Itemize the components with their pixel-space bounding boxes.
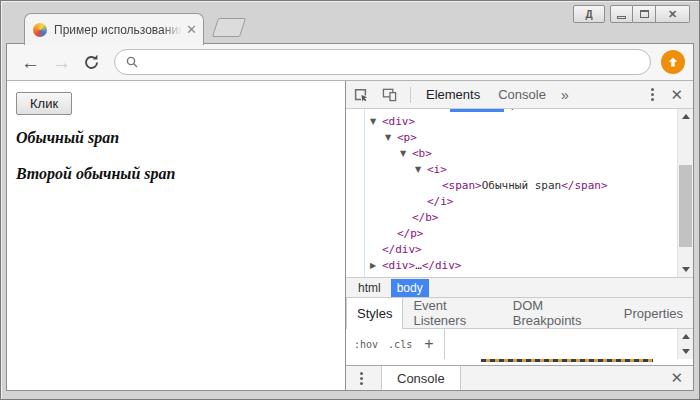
second-span-text: Второй обычный span [16, 165, 176, 183]
selected-node-text: Клик [450, 109, 505, 112]
tab-close-icon[interactable]: ✕ [186, 23, 197, 36]
drawer-menu-dots-icon[interactable] [346, 366, 377, 390]
tree-row[interactable]: ▼<i> [346, 162, 693, 178]
devtools-toolbar: Elements Console » ✕ [346, 81, 693, 109]
collapse-arrow-icon[interactable]: ▼ [385, 130, 397, 146]
tab-console[interactable]: Console [489, 87, 555, 102]
tree-row[interactable]: ▼<div> [346, 114, 693, 130]
maximize-button[interactable] [633, 5, 656, 23]
tree-row[interactable]: </p> [346, 226, 693, 242]
tab-styles[interactable]: Styles [346, 298, 403, 329]
navigation-bar: ← → [7, 44, 693, 81]
url-input[interactable] [145, 55, 640, 70]
language-button[interactable]: Д [573, 5, 605, 23]
favicon [33, 23, 47, 37]
indent-guide [364, 109, 365, 277]
titlebar: Пример использования jQ ✕ Д ✕ [2, 2, 698, 43]
tree-scrollbar[interactable] [677, 109, 693, 277]
browser-update-button[interactable] [661, 50, 685, 74]
address-bar[interactable] [114, 49, 651, 75]
arrow-up-icon [667, 56, 679, 68]
styles-pane-clipped-content [346, 359, 693, 365]
collapsed-ellipsis: … [415, 259, 422, 272]
console-drawer: Console ✕ [346, 365, 693, 390]
pseudo-state-toggle[interactable]: :hov [354, 339, 378, 350]
forward-icon[interactable]: → [46, 53, 77, 72]
drawer-close-icon[interactable]: ✕ [660, 366, 693, 390]
clipped-style-text [481, 359, 653, 362]
click-button[interactable]: Клик [16, 92, 72, 115]
close-icon: ✕ [668, 8, 677, 21]
tab-elements[interactable]: Elements [417, 87, 489, 102]
web-page: Клик Обычный span Второй обычный span [7, 81, 345, 390]
tree-row[interactable]: </b> [346, 210, 693, 226]
node-text: Обычный span [482, 179, 561, 192]
scroll-down-icon[interactable] [678, 344, 693, 359]
tree-row-collapsed-div[interactable]: ▶<div>…</div> [346, 258, 693, 274]
tree-row[interactable]: </div> [346, 242, 693, 258]
new-tab-button[interactable] [212, 18, 246, 37]
collapse-arrow-icon[interactable]: ▼ [415, 162, 427, 178]
dom-tree[interactable]: <button>Клик</button> ▼<div> ▼<p> ▼<b> ▼… [346, 109, 693, 277]
toolbar-separator [410, 87, 411, 103]
collapse-arrow-icon[interactable]: ▼ [400, 146, 412, 162]
inspect-element-icon[interactable] [346, 87, 375, 102]
tab-event-listeners[interactable]: Event Listeners [403, 298, 502, 328]
styles-filter-bar: :hov .cls + [346, 329, 693, 359]
devtools-close-icon[interactable]: ✕ [666, 87, 693, 102]
minimize-icon [617, 16, 626, 19]
menu-dots-icon[interactable] [651, 93, 654, 96]
reload-icon[interactable] [77, 54, 106, 71]
browser-client-area: ← → Клик Обычный span Второй обычный spa… [6, 43, 694, 391]
content-area: Клик Обычный span Второй обычный span El… [7, 81, 693, 390]
minimize-button[interactable] [610, 5, 633, 23]
expand-arrow-icon[interactable]: ▶ [370, 258, 382, 274]
scroll-up-icon[interactable] [678, 329, 693, 344]
browser-window: Пример использования jQ ✕ Д ✕ ← → [0, 0, 700, 400]
styles-pane [445, 329, 693, 359]
tree-row-span[interactable]: <span>Обычный span</span> [346, 178, 693, 194]
tree-row[interactable]: </i> [346, 194, 693, 210]
search-icon [125, 55, 139, 69]
breadcrumb: html body [346, 277, 693, 297]
sidebar-tabs: Styles Event Listeners DOM Breakpoints P… [346, 297, 693, 329]
device-toolbar-icon[interactable] [375, 87, 404, 102]
breadcrumb-item-body[interactable]: body [391, 279, 429, 297]
window-controls: Д ✕ [573, 5, 690, 23]
tree-row[interactable]: ▼<p> [346, 130, 693, 146]
back-icon[interactable]: ← [15, 53, 46, 72]
devtools-panel: Elements Console » ✕ <button>Клик</butto… [345, 81, 693, 390]
class-toggle[interactable]: .cls [388, 339, 412, 350]
styles-scrollbar[interactable] [677, 329, 693, 359]
tab-dom-breakpoints[interactable]: DOM Breakpoints [503, 298, 614, 328]
maximize-icon [640, 10, 649, 18]
close-button[interactable]: ✕ [656, 5, 690, 23]
tab-properties[interactable]: Properties [614, 298, 693, 328]
tab-title: Пример использования jQ [54, 23, 182, 37]
tree-row[interactable]: ▼<b> [346, 146, 693, 162]
drawer-tab-console[interactable]: Console [381, 366, 461, 390]
more-tabs-icon[interactable]: » [555, 87, 575, 103]
browser-tab[interactable]: Пример использования jQ ✕ [24, 13, 204, 45]
scroll-up-icon[interactable] [678, 109, 693, 124]
collapse-arrow-icon[interactable]: ▼ [370, 114, 382, 130]
scrollbar-thumb[interactable] [679, 165, 692, 247]
breadcrumb-item-html[interactable]: html [352, 279, 387, 297]
regular-span-text: Обычный span [16, 129, 119, 147]
new-style-rule-button[interactable]: + [424, 335, 433, 353]
scroll-down-icon[interactable] [678, 262, 693, 277]
